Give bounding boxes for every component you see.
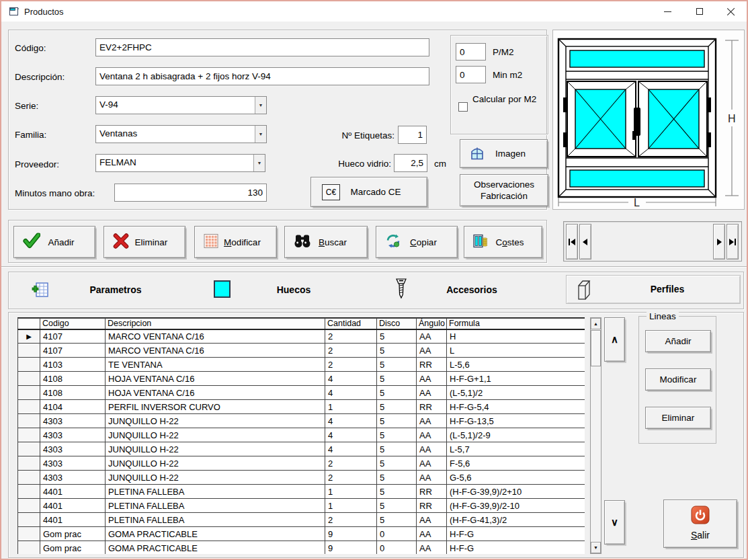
cell-formula[interactable]: (H-F-G-41,3)/2 bbox=[447, 513, 585, 527]
close-button[interactable] bbox=[715, 1, 747, 22]
cell-cantidad[interactable]: 2 bbox=[325, 513, 377, 527]
cell-disco[interactable]: 0 bbox=[377, 527, 417, 541]
cell-disco[interactable]: 5 bbox=[377, 358, 417, 372]
minutos-input[interactable] bbox=[114, 184, 267, 202]
cell-formula[interactable]: H-F-G bbox=[447, 527, 585, 541]
next-record-button[interactable] bbox=[713, 224, 725, 259]
cell-codigo[interactable]: 4107 bbox=[40, 329, 106, 344]
cell-formula[interactable]: H-F-G bbox=[447, 541, 585, 555]
cell-angulo[interactable]: AA bbox=[417, 386, 447, 400]
cell-descripcion[interactable]: JUNQUILLO H-22 bbox=[106, 428, 325, 442]
cell-codigo[interactable]: 4303 bbox=[40, 442, 106, 456]
row-selector-cell[interactable] bbox=[18, 344, 40, 358]
cell-formula[interactable]: G-5,6 bbox=[447, 471, 585, 485]
hueco-vidrio-input[interactable] bbox=[394, 154, 427, 172]
cell-codigo[interactable]: 4303 bbox=[40, 428, 106, 442]
cell-cantidad[interactable]: 9 bbox=[325, 541, 377, 555]
cell-formula[interactable]: H bbox=[447, 329, 585, 344]
cell-cantidad[interactable]: 4 bbox=[325, 428, 377, 442]
cell-codigo[interactable]: 4303 bbox=[40, 414, 106, 428]
row-selector-cell[interactable] bbox=[18, 358, 40, 372]
cell-angulo[interactable]: RR bbox=[417, 485, 447, 499]
cell-angulo[interactable]: AA bbox=[417, 442, 447, 456]
cell-angulo[interactable]: AA bbox=[417, 541, 447, 555]
serie-select[interactable]: V-94 ▼ bbox=[95, 96, 267, 114]
cell-disco[interactable]: 5 bbox=[377, 442, 417, 456]
cell-descripcion[interactable]: JUNQUILLO H-22 bbox=[106, 414, 325, 428]
cell-codigo[interactable]: 4401 bbox=[40, 485, 106, 499]
row-selector-cell[interactable] bbox=[18, 513, 40, 527]
cell-formula[interactable]: (L-5,1)/2-9 bbox=[447, 428, 585, 442]
anadir-button[interactable]: Añadir bbox=[13, 226, 95, 258]
cell-descripcion[interactable]: TE VENTANA bbox=[106, 358, 325, 372]
cell-cantidad[interactable]: 2 bbox=[325, 456, 377, 471]
cell-formula[interactable]: L-5,7 bbox=[447, 442, 585, 456]
cell-descripcion[interactable]: PERFIL INVERSOR CURVO bbox=[106, 400, 325, 414]
marcado-ce-button[interactable]: C€ Marcado CE bbox=[310, 177, 427, 207]
table-row[interactable]: 4103TE VENTANA25RRL-5,6 bbox=[18, 358, 585, 372]
buscar-button[interactable]: Buscar bbox=[284, 226, 368, 258]
cell-descripcion[interactable]: GOMA PRACTICABLE bbox=[106, 541, 325, 555]
lineas-anadir-button[interactable]: Añadir bbox=[645, 330, 711, 352]
cell-disco[interactable]: 5 bbox=[377, 329, 417, 344]
row-selector-cell[interactable] bbox=[18, 527, 40, 541]
cell-cantidad[interactable]: 1 bbox=[325, 400, 377, 414]
cell-angulo[interactable]: AA bbox=[417, 414, 447, 428]
cell-formula[interactable]: H-F-G+1,1 bbox=[447, 372, 585, 386]
min-m2-input[interactable] bbox=[456, 66, 486, 83]
table-row[interactable]: 4401PLETINA FALLEBA25AA(H-F-G-41,3)/2 bbox=[18, 513, 585, 527]
row-selector-cell[interactable] bbox=[18, 456, 40, 471]
last-record-button[interactable] bbox=[726, 224, 739, 259]
codigo-input[interactable] bbox=[95, 38, 429, 56]
cell-descripcion[interactable]: HOJA VENTANA C/16 bbox=[106, 386, 325, 400]
table-row[interactable]: 4303JUNQUILLO H-2225AAG-5,6 bbox=[18, 471, 585, 485]
prev-record-button[interactable] bbox=[579, 224, 591, 259]
table-row[interactable]: 4401PLETINA FALLEBA15RR(H-F-G-39,9)/2+10 bbox=[18, 485, 585, 499]
cell-codigo[interactable]: Gom prac bbox=[40, 541, 106, 555]
cell-descripcion[interactable]: JUNQUILLO H-22 bbox=[106, 471, 325, 485]
cell-descripcion[interactable]: HOJA VENTANA C/16 bbox=[106, 372, 325, 386]
copiar-button[interactable]: Copiar bbox=[376, 226, 458, 258]
cell-disco[interactable]: 5 bbox=[377, 428, 417, 442]
observaciones-button[interactable]: Observaciones Fabricación bbox=[460, 174, 548, 206]
cell-codigo[interactable]: Gom prac bbox=[40, 527, 106, 541]
row-selector-cell[interactable] bbox=[18, 428, 40, 442]
table-row[interactable]: 4401PLETINA FALLEBA15RR(H-F-G-39,9)/2-10 bbox=[18, 499, 585, 513]
cell-descripcion[interactable]: GOMA PRACTICABLE bbox=[106, 527, 325, 541]
cell-descripcion[interactable]: JUNQUILLO H-22 bbox=[106, 456, 325, 471]
imagen-button[interactable]: Imagen bbox=[460, 139, 548, 168]
table-row[interactable]: 4108HOJA VENTANA C/1645AA(L-5,1)/2 bbox=[18, 386, 585, 400]
selected-row-marker[interactable]: ▶ bbox=[18, 329, 40, 344]
table-row[interactable]: Gom pracGOMA PRACTICABLE90AAH-F-G bbox=[18, 541, 585, 555]
cell-formula[interactable]: (L-5,1)/2 bbox=[447, 386, 585, 400]
row-selector-cell[interactable] bbox=[18, 471, 40, 485]
tab-huecos[interactable]: Huecos bbox=[247, 284, 341, 295]
cell-descripcion[interactable]: MARCO VENTANA C/16 bbox=[106, 329, 325, 344]
cell-angulo[interactable]: AA bbox=[417, 428, 447, 442]
cell-disco[interactable]: 5 bbox=[377, 400, 417, 414]
salir-button[interactable]: Salir bbox=[663, 499, 737, 548]
modificar-button[interactable]: Modificar bbox=[194, 226, 277, 258]
cell-angulo[interactable]: AA bbox=[417, 344, 447, 358]
scrollbar-thumb[interactable] bbox=[591, 330, 601, 366]
cell-cantidad[interactable]: 4 bbox=[325, 414, 377, 428]
cell-cantidad[interactable]: 4 bbox=[325, 386, 377, 400]
table-row[interactable]: 4303JUNQUILLO H-2245AAH-F-G-13,5 bbox=[18, 414, 585, 428]
cell-cantidad[interactable]: 2 bbox=[325, 358, 377, 372]
table-row[interactable]: 4303JUNQUILLO H-2225AAF-5,6 bbox=[18, 456, 585, 471]
row-selector-cell[interactable] bbox=[18, 499, 40, 513]
cell-cantidad[interactable]: 2 bbox=[325, 329, 377, 344]
descripcion-input[interactable] bbox=[95, 67, 429, 85]
lineas-modificar-button[interactable]: Modificar bbox=[645, 368, 711, 391]
lineas-eliminar-button[interactable]: Eliminar bbox=[645, 407, 711, 429]
cell-codigo[interactable]: 4108 bbox=[40, 372, 106, 386]
cell-codigo[interactable]: 4401 bbox=[40, 499, 106, 513]
cell-codigo[interactable]: 4303 bbox=[40, 471, 106, 485]
cell-formula[interactable]: H-F-G-13,5 bbox=[447, 414, 585, 428]
row-selector-cell[interactable] bbox=[18, 400, 40, 414]
etiquetas-input[interactable] bbox=[398, 126, 427, 144]
cell-formula[interactable]: (H-F-G-39,9)/2+10 bbox=[447, 485, 585, 499]
row-selector-cell[interactable] bbox=[18, 386, 40, 400]
cell-descripcion[interactable]: PLETINA FALLEBA bbox=[106, 513, 325, 527]
tab-parametros[interactable]: Parametros bbox=[69, 284, 163, 295]
